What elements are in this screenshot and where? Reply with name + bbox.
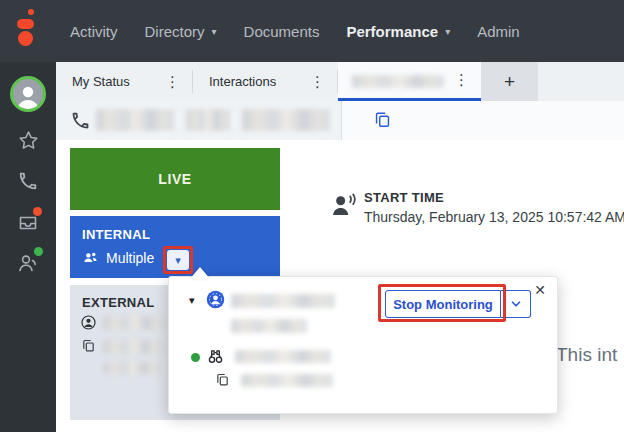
clipped-info-text: This int: [556, 344, 617, 366]
nav-label: Documents: [244, 23, 320, 40]
person-icon: [16, 83, 40, 109]
user-avatar[interactable]: [10, 76, 46, 112]
live-label: LIVE: [158, 171, 192, 187]
copy-icon: [215, 372, 230, 387]
nav-label: Admin: [477, 23, 520, 40]
internal-sub-label: Multiple: [106, 250, 154, 266]
stop-monitoring-split-button: Stop Monitoring: [385, 290, 531, 318]
speaking-person-icon: [331, 193, 358, 218]
external-label: EXTERNAL: [82, 295, 154, 310]
nav-item-performance[interactable]: Performance ▾: [346, 23, 450, 40]
agents-icon[interactable]: [0, 251, 56, 275]
stop-monitoring-button[interactable]: Stop Monitoring: [385, 290, 501, 318]
nav-label: Directory: [145, 23, 205, 40]
collapse-caret-icon[interactable]: ▾: [189, 294, 195, 307]
chevron-down-icon: [509, 297, 523, 311]
top-nav: Activity Directory ▾ Documents Performan…: [0, 0, 624, 62]
stop-monitoring-label: Stop Monitoring: [393, 297, 493, 312]
notification-badge: [33, 207, 42, 216]
redacted-external-info: [103, 362, 161, 374]
expand-participants-button[interactable]: ▾: [167, 250, 189, 270]
kebab-menu-icon[interactable]: ⋮: [452, 71, 471, 89]
live-status-panel[interactable]: LIVE: [70, 148, 280, 210]
tab-bar: My Status ⋮ Interactions ⋮ ⋮ +: [56, 62, 624, 101]
kebab-menu-icon[interactable]: ⋮: [308, 73, 327, 91]
contact-actions-bar: [341, 101, 624, 140]
nav-label: Activity: [70, 23, 118, 40]
redacted-external-name: [103, 316, 165, 330]
nav-item-activity[interactable]: Activity: [70, 23, 118, 40]
add-tab-button[interactable]: +: [481, 62, 538, 101]
internal-participant-panel[interactable]: INTERNAL Multiple ▾: [70, 216, 280, 278]
tab-my-status[interactable]: My Status ⋮: [56, 62, 192, 101]
monitoring-popup: ✕ ▾ Stop Monitoring: [168, 276, 558, 414]
redacted-tab-label: [352, 75, 444, 88]
nav-label: Performance: [346, 23, 438, 40]
tab-interactions[interactable]: Interactions ⋮: [193, 62, 337, 101]
redacted-phone-number: [242, 109, 330, 131]
caret-down-icon: ▾: [445, 25, 450, 37]
multiple-people-icon: [82, 249, 99, 266]
nav-item-directory[interactable]: Directory ▾: [145, 23, 217, 40]
redacted-agent-name: [231, 294, 335, 308]
redacted-monitor-name: [235, 350, 331, 363]
start-time-value: Thursday, February 13, 2025 10:57:42 AM: [364, 209, 624, 225]
copy-icon[interactable]: [373, 110, 392, 129]
person-circle-icon: [80, 314, 97, 331]
app-window: Activity Directory ▾ Documents Performan…: [0, 0, 624, 432]
presence-dot: [191, 353, 200, 362]
presence-badge: [34, 247, 43, 256]
inbox-icon[interactable]: [0, 211, 56, 235]
tab-label: Interactions: [209, 74, 276, 89]
redacted-monitor-number: [241, 374, 333, 387]
caret-down-icon: ▾: [212, 25, 217, 37]
favorites-star-icon[interactable]: [0, 129, 56, 152]
binoculars-icon: [206, 347, 225, 366]
tab-active-interaction[interactable]: ⋮: [338, 62, 481, 101]
plus-icon: +: [504, 71, 515, 93]
handset-icon: [70, 110, 91, 131]
popup-caret: [189, 267, 211, 280]
caret-down-icon: ▾: [175, 254, 181, 267]
contact-info-bar: [56, 101, 341, 140]
copy-icon: [81, 338, 96, 353]
redacted-external-number: [103, 340, 163, 354]
phone-icon[interactable]: [0, 170, 56, 192]
start-time-label: START TIME: [364, 190, 444, 205]
stop-monitoring-dropdown[interactable]: [501, 290, 531, 318]
nav-menu: Activity Directory ▾ Documents Performan…: [70, 0, 520, 62]
redacted-phone-number: [186, 109, 230, 131]
tab-label: My Status: [72, 74, 130, 89]
close-icon[interactable]: ✕: [534, 282, 546, 298]
monitored-agent-icon: [206, 290, 225, 309]
redacted-phone-number: [96, 109, 174, 131]
genesys-logo-icon: [15, 7, 41, 49]
nav-item-admin[interactable]: Admin: [477, 23, 520, 40]
redacted-agent-detail: [231, 319, 307, 333]
internal-label: INTERNAL: [82, 227, 150, 242]
nav-item-documents[interactable]: Documents: [244, 23, 320, 40]
kebab-menu-icon[interactable]: ⋮: [163, 73, 182, 91]
